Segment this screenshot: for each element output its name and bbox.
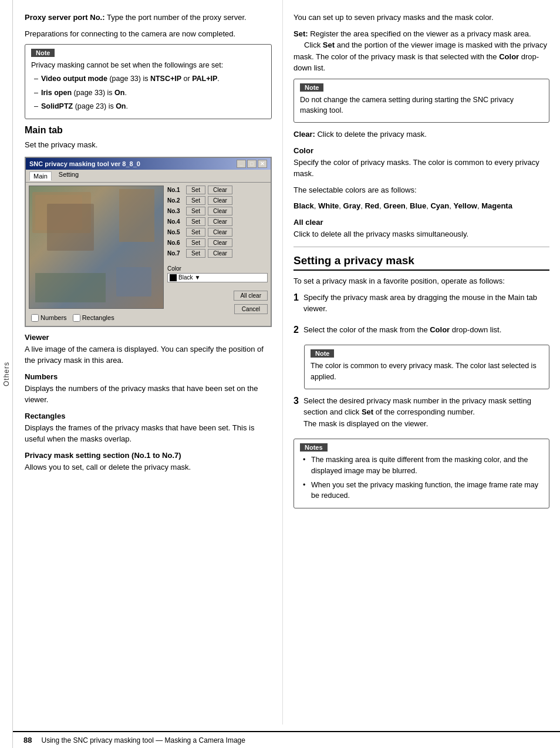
right-column: You can set up to seven privacy masks an… [283, 0, 560, 725]
proxy-heading: Proxy server port No.: [25, 13, 105, 22]
numbers-checkbox-text: Numbers [41, 314, 67, 321]
note1-text: Privacy masking cannot be set when the f… [31, 60, 265, 71]
mask-set-6[interactable]: Set [186, 238, 205, 247]
dialog-menu: Main Setting [26, 170, 271, 183]
step-3-text2: of the corresponding number. [373, 407, 475, 416]
main-tab-heading: Main tab [25, 125, 272, 136]
menu-tab-setting[interactable]: Setting [59, 171, 79, 181]
step-1-number: 1 [294, 292, 299, 303]
rectangles-checkbox[interactable] [73, 314, 80, 322]
main-tab-desc: Set the privacy mask. [25, 139, 272, 151]
color-select[interactable]: Black ▼ [167, 273, 268, 282]
step-2-content: Select the color of the mask from the Co… [303, 324, 549, 336]
mask-set-3[interactable]: Set [186, 207, 205, 215]
step-2-text2: drop-down list. [450, 325, 501, 334]
set-bold: Set: [294, 29, 308, 38]
mask-label-6: No.6 [167, 240, 184, 246]
bullet-solidptz: SolidPTZ (page 23) is On. [34, 101, 265, 112]
set-text2: Click [304, 41, 323, 49]
proxy-para: Proxy server port No.: Type the port num… [25, 12, 272, 23]
clear-text: Click to delete the privacy mask. [317, 130, 426, 139]
numbers-checkbox-label[interactable]: Numbers [31, 314, 67, 322]
note-label-3: Note [311, 349, 334, 358]
rectangles-checkbox-label[interactable]: Rectangles [73, 314, 114, 322]
mask-row-1: No.1 Set Clear [167, 186, 268, 194]
mask-set-2[interactable]: Set [186, 196, 205, 205]
sidebar-label: Others [2, 362, 11, 386]
all-clear-subheading: All clear [294, 218, 549, 227]
step-2-bold: Color [430, 325, 450, 334]
step-2-number: 2 [294, 324, 299, 335]
step-3: 3 Select the desired privacy mask number… [294, 395, 549, 434]
bullet-video: Video output mode (page 33) is NTSC+IP o… [34, 73, 265, 85]
mask-row-3: No.3 Set Clear [167, 207, 268, 215]
close-btn[interactable]: ✕ [258, 160, 267, 168]
set-para: Set: Register the area specified on the … [294, 28, 549, 74]
color-list: Black, White, Gray, Red, Green, Blue, Cy… [294, 200, 549, 212]
set-bold3: Color [499, 52, 519, 61]
win-controls[interactable]: _ □ ✕ [237, 160, 267, 168]
note-box-2: Note Do not change the camera setting du… [294, 79, 549, 123]
viewer-text: A live image of the camera is displayed.… [25, 343, 272, 366]
mask-row-4: No.4 Set Clear [167, 217, 268, 226]
mask-clear-7[interactable]: Clear [208, 249, 232, 258]
setting-privacy-mask-heading: Setting a privacy mask [294, 254, 549, 271]
all-clear-button[interactable]: All clear [234, 291, 268, 301]
mask-label-4: No.4 [167, 218, 184, 225]
viewer-controls: Numbers Rectangles [29, 313, 164, 323]
minimize-btn[interactable]: _ [237, 160, 246, 168]
note-label-2: Note [300, 83, 323, 92]
mask-set-4[interactable]: Set [186, 217, 205, 226]
step-3-number: 3 [294, 395, 299, 406]
viewer-image [29, 186, 163, 308]
color-value: Black [178, 274, 193, 281]
cancel-button[interactable]: Cancel [234, 304, 268, 314]
rectangles-text: Displays the frames of the privacy masks… [25, 422, 272, 445]
clear-bold: Clear: [294, 130, 315, 139]
step-2-text1: Select the color of the mask from the [303, 325, 430, 334]
color-dropdown-arrow[interactable]: ▼ [194, 274, 200, 281]
mask-clear-4[interactable]: Clear [208, 217, 232, 226]
page-number: 88 [23, 736, 32, 744]
color-subheading: Color [294, 146, 549, 155]
clear-para: Clear: Click to delete the privacy mask. [294, 129, 549, 140]
notes-bullet-1: The masking area is quite different from… [303, 454, 543, 477]
numbers-checkbox[interactable] [31, 314, 39, 322]
mask-set-7[interactable]: Set [186, 249, 205, 258]
mask-controls: No.1 Set Clear No.2 Set Clear No.3 Set [167, 186, 268, 323]
mask-row-6: No.6 Set Clear [167, 238, 268, 247]
preparations-para: Preparations for connecting to the camer… [25, 28, 272, 40]
setting-intro: To set a privacy mask in a favorite posi… [294, 275, 549, 287]
step-1: 1 Specify the privacy mask area by dragg… [294, 292, 549, 319]
mask-clear-2[interactable]: Clear [208, 196, 232, 205]
sidebar-tab: Others [0, 0, 13, 748]
note-label-1: Note [31, 49, 55, 57]
mask-clear-1[interactable]: Clear [208, 186, 232, 194]
dialog-body: Numbers Rectangles No.1 Set Clear [26, 183, 271, 326]
color-text1: Specify the color of privacy masks. The … [294, 157, 549, 180]
privacy-mask-subheading: Privacy mask setting section (No.1 to No… [25, 451, 272, 460]
viewer-area [29, 186, 164, 309]
mask-label-7: No.7 [167, 250, 184, 257]
mask-row-2: No.2 Set Clear [167, 196, 268, 205]
dialog-window: SNC privacy masking tool ver 8_8_0 _ □ ✕… [25, 157, 272, 327]
set-bold2: Set [323, 41, 335, 49]
mask-row-7: No.7 Set Clear [167, 249, 268, 258]
mask-set-5[interactable]: Set [186, 228, 205, 237]
rectangles-checkbox-text: Rectangles [82, 314, 114, 321]
action-buttons: All clear Cancel [167, 288, 268, 314]
note2-text: Do not change the camera setting during … [300, 95, 543, 117]
mask-clear-3[interactable]: Clear [208, 207, 232, 215]
mask-row-5: No.5 Set Clear [167, 228, 268, 237]
privacy-mask-text: Allows you to set, call or delete the pr… [25, 461, 272, 473]
divider [294, 247, 549, 247]
color-swatch [170, 274, 177, 281]
mask-label-5: No.5 [167, 229, 184, 235]
mask-clear-6[interactable]: Clear [208, 238, 232, 247]
mask-clear-5[interactable]: Clear [208, 228, 232, 237]
all-clear-text: Click to delete all the privacy masks si… [294, 228, 549, 240]
mask-set-1[interactable]: Set [186, 186, 205, 194]
menu-tab-main[interactable]: Main [29, 171, 52, 181]
step-3-text3: The mask is displayed on the viewer. [303, 419, 428, 428]
maximize-btn[interactable]: □ [247, 160, 257, 168]
